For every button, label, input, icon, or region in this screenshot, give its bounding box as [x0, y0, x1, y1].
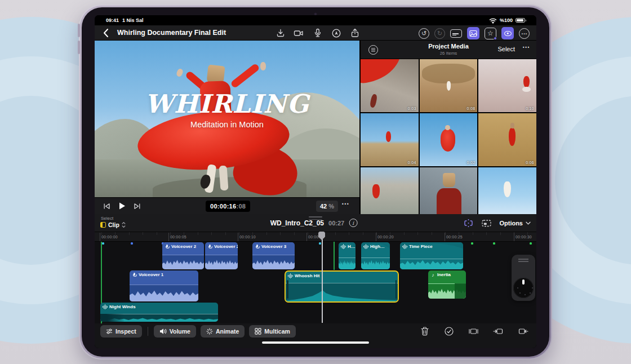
timeline-header: Select Clip WD_Intro_C2_05 00:27	[95, 214, 536, 232]
overwrite-clip-icon[interactable]	[518, 326, 528, 336]
timeline-clip[interactable]: H…	[339, 242, 356, 269]
captions-icon[interactable]	[450, 29, 462, 38]
media-more-icon[interactable]: ⋯	[522, 43, 530, 51]
timeline-clip[interactable]: Night Winds	[100, 303, 218, 322]
replace-clip-icon[interactable]	[468, 326, 479, 336]
dervish-figure	[134, 63, 297, 197]
jog-controls-icon[interactable]	[501, 27, 514, 39]
media-browser-icon[interactable]	[467, 27, 479, 39]
volume-up-button	[78, 24, 80, 37]
animate-icon	[206, 328, 213, 335]
inspector-icon	[106, 328, 113, 335]
timeline-clip[interactable]: Time Piece	[400, 242, 463, 269]
timeline-clip[interactable]: High…	[361, 242, 390, 269]
timeline-ruler[interactable]: 00:00:00 00:00:05 00:00:10 00:00:15 00:0…	[95, 232, 536, 242]
media-thumbnail[interactable]	[361, 167, 419, 214]
timeline-marker[interactable]	[131, 242, 133, 245]
soundwave-icon	[363, 244, 369, 249]
transport-bar: 00:00:16:08 42% ⋯	[95, 197, 359, 214]
toolbar-divider	[148, 327, 148, 336]
timeline-clip[interactable]: Inertia	[428, 270, 466, 299]
timeline-clip[interactable]: Voiceover 2	[162, 242, 204, 269]
media-thumbnail[interactable]: 0:08	[420, 59, 478, 112]
timeline-clip[interactable]: Voiceover 2	[205, 242, 238, 269]
timeline-marker[interactable]	[493, 242, 495, 245]
multicam-button[interactable]: Multicam	[249, 325, 296, 338]
camera-icon[interactable]	[294, 28, 304, 38]
overlay-pip-icon[interactable]	[481, 218, 492, 228]
redo-icon[interactable]	[434, 28, 445, 39]
checkmark-circle-icon[interactable]	[444, 326, 454, 336]
media-thumbnail[interactable]	[420, 167, 478, 214]
ruler-label: 00:00:25	[446, 235, 463, 239]
playhead-line	[322, 232, 323, 323]
ruler-label: 00:00:30	[516, 235, 532, 239]
timeline-clip[interactable]: Voiceover 1	[130, 270, 198, 301]
timeline-clip-selected[interactable]: Whoosh Hit	[285, 270, 399, 303]
zoom-level[interactable]: 42%	[316, 201, 338, 212]
trim-handle-left[interactable]	[287, 280, 288, 299]
tool-label: Clip	[108, 221, 119, 228]
jog-wheel[interactable]	[512, 255, 535, 301]
timeline-marker[interactable]	[471, 242, 473, 245]
inspect-label: Inspect	[115, 328, 136, 335]
media-thumbnail[interactable]: 0:02	[420, 113, 478, 166]
media-thumbnail[interactable]	[478, 167, 536, 214]
capture-tool-group	[275, 28, 360, 38]
select-button[interactable]: Select	[497, 46, 515, 52]
effects-browser-icon[interactable]	[485, 28, 496, 39]
clip-tool-selector[interactable]: Clip	[100, 221, 126, 228]
mic-icon	[256, 245, 259, 249]
media-thumbnail[interactable]: 0:06	[478, 113, 536, 166]
timeline-clip[interactable]: Voiceover 3	[252, 242, 295, 269]
back-button[interactable]	[101, 28, 112, 38]
share-icon[interactable]	[349, 28, 360, 38]
connect-clip-icon[interactable]	[463, 218, 474, 228]
duration-badge: 0:04	[408, 161, 416, 165]
timeline-marker[interactable]	[102, 242, 104, 245]
skip-forward-icon[interactable]	[134, 202, 141, 210]
insert-clip-icon[interactable]	[493, 326, 504, 336]
more-icon[interactable]	[519, 28, 530, 39]
project-title: Whirling Documentary Final Edit	[117, 25, 226, 41]
clock-text: 09:41	[106, 17, 119, 23]
play-icon[interactable]	[118, 202, 126, 210]
multicam-icon	[255, 328, 261, 335]
active-clip-info: WD_Intro_C2_05 00:27	[270, 214, 358, 232]
options-button[interactable]: Options	[499, 220, 531, 227]
undo-icon[interactable]	[419, 28, 429, 39]
animate-label: Animate	[216, 328, 239, 335]
clip-range-icon	[100, 222, 106, 228]
trash-icon[interactable]	[420, 326, 430, 336]
skip-back-icon[interactable]	[103, 202, 110, 210]
volume-button[interactable]: Volume	[154, 325, 196, 338]
timeline-marker[interactable]	[530, 242, 532, 245]
home-indicator[interactable]	[262, 341, 369, 344]
timeline-panel: Select Clip WD_Intro_C2_05 00:27	[95, 214, 536, 348]
zoom-value: 42	[320, 203, 327, 210]
duration-badge: 0:02	[467, 161, 476, 165]
viewer-title-overlay: WHIRLING	[95, 89, 359, 119]
transport-more-icon[interactable]: ⋯	[341, 199, 350, 208]
media-grid: 0:03 0:08 0:10 0:04 0:02 0:06	[361, 59, 536, 214]
media-thumbnail[interactable]: 0:03	[361, 59, 419, 112]
timeline-marker[interactable]	[319, 242, 321, 245]
import-media-icon[interactable]	[275, 28, 286, 38]
trim-handle-right[interactable]	[396, 280, 397, 299]
up-down-chevron-icon	[122, 221, 126, 228]
speaker-icon	[159, 328, 167, 335]
animate-button[interactable]: Animate	[201, 325, 245, 338]
info-icon[interactable]	[349, 219, 357, 227]
timecode-display[interactable]: 00:00:16:08	[206, 201, 250, 212]
media-thumbnail[interactable]: 0:10	[478, 59, 536, 112]
jog-dial[interactable]	[513, 278, 534, 298]
volume-label: Volume	[170, 328, 190, 335]
options-label: Options	[499, 220, 523, 227]
pointer-record-icon[interactable]	[331, 28, 341, 38]
inspect-button[interactable]: Inspect	[100, 325, 142, 338]
ruler-label: 00:00:20	[377, 235, 394, 239]
media-thumbnail[interactable]: 0:04	[361, 113, 419, 166]
top-toolbar: Whirling Documentary Final Edit	[95, 25, 536, 41]
microphone-icon[interactable]	[312, 28, 323, 38]
active-clip-name: WD_Intro_C2_05	[270, 219, 324, 227]
